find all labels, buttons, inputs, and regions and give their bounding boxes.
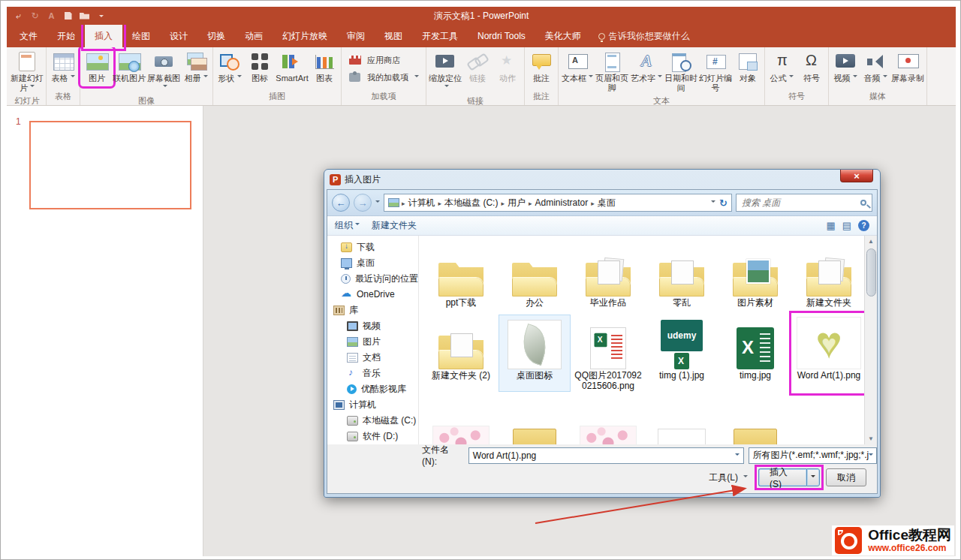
tab-insert[interactable]: 插入: [85, 25, 122, 47]
tab-home[interactable]: 开始: [47, 25, 85, 47]
new-folder-button[interactable]: 新建文件夹: [372, 219, 417, 232]
back-button[interactable]: [332, 194, 350, 212]
symbol-button[interactable]: 符号: [797, 49, 827, 85]
sidebar-item-music[interactable]: 音乐: [327, 366, 418, 381]
tab-animations[interactable]: 动画: [235, 25, 273, 47]
chevron-down-icon[interactable]: [869, 453, 873, 458]
tab-meihua[interactable]: 美化大师: [535, 25, 591, 47]
save-icon[interactable]: [62, 11, 74, 22]
insert-button[interactable]: 插入(S): [758, 468, 806, 486]
chart-button[interactable]: 图表: [309, 49, 339, 85]
my-addins-button[interactable]: 我的加载项: [346, 71, 421, 85]
tab-nordri-tools[interactable]: Nordri Tools: [468, 25, 535, 47]
breadcrumb-local-disk-c[interactable]: 本地磁盘 (C:): [441, 195, 501, 211]
chevron-down-icon[interactable]: [735, 453, 740, 458]
change-view-button[interactable]: [826, 220, 835, 231]
dialog-title-bar[interactable]: 插入图片: [327, 170, 878, 189]
close-icon[interactable]: [840, 170, 873, 182]
filetype-select[interactable]: 所有图片(*.emf;*.wmf;*.jpg;*.j: [749, 447, 877, 464]
tab-design[interactable]: 设计: [160, 25, 197, 47]
sidebar-item-local-disk-c[interactable]: 本地磁盘 (C:): [327, 413, 418, 429]
sidebar-item-youku[interactable]: 优酷影视库: [327, 381, 418, 397]
screenshot-button[interactable]: 屏幕截图: [146, 49, 181, 95]
preview-pane-button[interactable]: [842, 220, 851, 231]
tools-button[interactable]: 工具(L): [704, 469, 752, 486]
sidebar-item-pictures[interactable]: 图片: [327, 334, 418, 350]
picture-button[interactable]: 图片: [82, 49, 112, 85]
textbox-button[interactable]: 文本框: [560, 49, 595, 85]
wordart-button[interactable]: 艺术字: [629, 49, 664, 85]
shapes-button[interactable]: 形状: [215, 49, 245, 85]
file-item[interactable]: 桌面图标: [499, 315, 571, 392]
scrollbar[interactable]: [864, 236, 877, 444]
scroll-up-icon[interactable]: [866, 236, 877, 247]
file-item[interactable]: QQ图片20170920215606.png: [572, 315, 644, 392]
file-item[interactable]: 新建文件夹: [793, 242, 865, 309]
insert-dropdown-button[interactable]: [806, 468, 820, 486]
file-item-partial[interactable]: [499, 398, 571, 444]
link-button[interactable]: 链接: [462, 49, 493, 85]
breadcrumb-administrator[interactable]: Administrator: [532, 196, 591, 209]
history-dropdown[interactable]: [375, 196, 380, 209]
comment-button[interactable]: 批注: [526, 49, 556, 85]
refresh-icon[interactable]: [719, 197, 728, 209]
file-item[interactable]: udemy timg (1).jpg: [646, 315, 718, 392]
sidebar-item-documents[interactable]: 文档: [327, 350, 418, 366]
scroll-down-icon[interactable]: [866, 433, 877, 444]
file-item-partial[interactable]: [572, 398, 644, 444]
icons-button[interactable]: 图标: [245, 49, 275, 85]
audio-button[interactable]: 音频: [860, 49, 890, 85]
breadcrumb-users[interactable]: 用户: [505, 195, 529, 211]
file-item[interactable]: 零乱: [646, 242, 718, 309]
tab-file[interactable]: 文件: [10, 25, 47, 47]
slide-number-button[interactable]: 幻灯片编号: [698, 49, 733, 95]
breadcrumb-desktop[interactable]: 桌面: [595, 195, 619, 211]
font-icon[interactable]: [46, 11, 57, 22]
sidebar-item-drive-d[interactable]: 软件 (D:): [327, 429, 418, 444]
table-button[interactable]: 表格: [48, 49, 78, 85]
action-button[interactable]: 动作: [493, 49, 523, 85]
photo-album-button[interactable]: 相册: [181, 49, 211, 85]
online-pictures-button[interactable]: 联机图片: [112, 49, 146, 85]
file-item[interactable]: timg.jpg: [719, 315, 791, 392]
store-button[interactable]: 应用商店: [346, 53, 402, 68]
new-slide-button[interactable]: 新建幻灯片: [10, 49, 44, 95]
sidebar-item-videos[interactable]: 视频: [327, 318, 418, 334]
scrollbar-thumb[interactable]: [866, 248, 876, 297]
sidebar-item-computer[interactable]: 计算机: [327, 397, 418, 413]
breadcrumb-computer[interactable]: 计算机: [405, 195, 438, 211]
file-item-partial[interactable]: [425, 398, 497, 444]
tab-developer[interactable]: 开发工具: [412, 25, 468, 47]
file-item[interactable]: 毕业作品: [572, 242, 644, 309]
file-item-partial[interactable]: [646, 398, 718, 444]
sidebar-item-libraries[interactable]: 库: [327, 303, 418, 318]
redo-icon[interactable]: [29, 11, 41, 22]
smartart-button[interactable]: SmartArt: [275, 49, 309, 85]
tab-review[interactable]: 审阅: [337, 25, 375, 47]
file-item-word-art[interactable]: Word Art(1).png: [793, 315, 865, 392]
header-footer-button[interactable]: 页眉和页脚: [595, 49, 629, 95]
undo-icon[interactable]: [13, 11, 24, 22]
organize-button[interactable]: 组织: [335, 219, 360, 232]
sidebar-item-downloads[interactable]: 下载: [327, 239, 418, 255]
screen-recording-button[interactable]: 屏幕录制: [890, 49, 925, 85]
help-button[interactable]: [858, 220, 869, 231]
qat-customize-icon[interactable]: [95, 11, 107, 22]
date-time-button[interactable]: 日期和时间: [664, 49, 698, 95]
file-item[interactable]: ppt下载: [425, 242, 497, 309]
sidebar-item-onedrive[interactable]: OneDrive: [327, 287, 418, 303]
file-item[interactable]: 办公: [499, 242, 571, 309]
tab-transitions[interactable]: 切换: [197, 25, 235, 47]
sidebar-item-desktop[interactable]: 桌面: [327, 255, 418, 271]
forward-button[interactable]: [354, 194, 372, 212]
open-folder-icon[interactable]: [79, 11, 90, 22]
file-item[interactable]: 图片素材: [719, 242, 791, 309]
filename-input[interactable]: Word Art(1).png: [468, 447, 744, 464]
cancel-button[interactable]: 取消: [826, 468, 866, 486]
tab-draw[interactable]: 绘图: [122, 25, 160, 47]
equation-button[interactable]: 公式: [767, 49, 797, 85]
search-input[interactable]: 搜索 桌面: [736, 194, 872, 212]
zoom-button[interactable]: 缩放定位: [428, 49, 462, 95]
tab-slideshow[interactable]: 幻灯片放映: [273, 25, 337, 47]
tell-me-box[interactable]: 告诉我你想要做什么: [591, 25, 697, 47]
